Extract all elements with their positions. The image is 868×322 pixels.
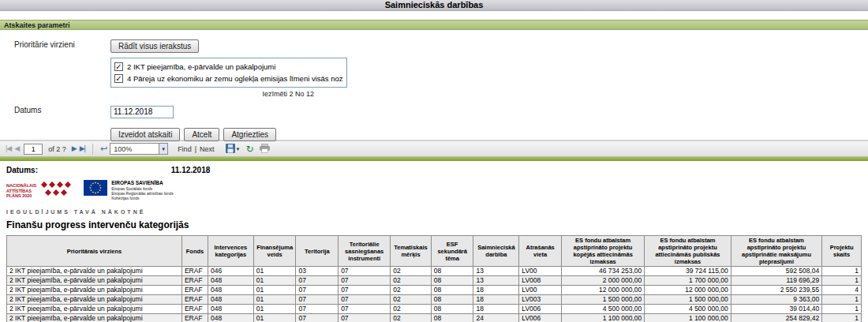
table-cell: 2 IKT pieejamība, e-pārvalde un pakalpoj… bbox=[7, 295, 182, 305]
report-date-row: Datums: 11.12.2018 bbox=[6, 166, 862, 174]
table-cell: 2 550 239,55 bbox=[731, 286, 822, 295]
col-header: Fonds bbox=[181, 236, 208, 267]
first-page-button[interactable]: |◀ bbox=[6, 145, 11, 152]
table-cell: 2 IKT pieejamība, e-pārvalde un pakalpoj… bbox=[7, 305, 182, 314]
table-cell: 1 bbox=[822, 267, 862, 276]
table-cell: 07 bbox=[339, 314, 391, 322]
table-cell: LV00 bbox=[519, 267, 562, 276]
table-cell: 9 363,00 bbox=[731, 295, 822, 305]
table-row: 2 IKT pieejamība, e-pārvalde un pakalpoj… bbox=[7, 276, 862, 286]
export-caret-icon: ▼ bbox=[236, 147, 241, 152]
table-cell: 1 500 000,00 bbox=[645, 295, 731, 305]
table-cell: 07 bbox=[339, 286, 391, 295]
create-report-button[interactable]: Izveidot atskaiti bbox=[110, 128, 180, 141]
header-strip bbox=[0, 11, 868, 20]
table-cell: 13 bbox=[473, 267, 519, 276]
table-cell: 2 IKT pieejamība, e-pārvalde un pakalpoj… bbox=[7, 314, 182, 322]
table-header-row: Prioritārais virziens Fonds Intervences … bbox=[7, 236, 862, 267]
priority-option-label: 2 IKT pieejamība, e-pārvalde un pakalpoj… bbox=[127, 61, 275, 73]
nap-logo-text: NACIONĀLAIS ATTĪSTĪBAS PLĀNS 2020 bbox=[6, 183, 36, 199]
table-cell: 048 bbox=[208, 314, 253, 322]
motto-text: IEGULDĪJUMS TAVĀ NĀKOTNĒ bbox=[6, 209, 862, 215]
table-cell: 048 bbox=[208, 295, 253, 305]
table-cell: 592 508,04 bbox=[731, 267, 822, 276]
table-cell: 1 bbox=[822, 276, 862, 286]
params-section-title: Atskaites parametri bbox=[4, 21, 70, 29]
date-label: Datums bbox=[14, 103, 110, 114]
priority-listbox[interactable]: ✓2 IKT pieejamība, e-pārvalde un pakalpo… bbox=[110, 58, 347, 88]
col-header: Teritorija bbox=[296, 236, 339, 267]
table-cell: 01 bbox=[253, 267, 296, 276]
priority-option[interactable]: ✓4 Pāreja uz ekonomiku ar zemu oglekļa e… bbox=[114, 73, 343, 84]
refresh-icon[interactable]: ↻ bbox=[245, 144, 253, 154]
find-next-separator: | bbox=[195, 145, 196, 153]
show-all-records-button[interactable]: Rādīt visus ierakstus bbox=[110, 39, 199, 53]
logos-row: NACIONĀLAIS ATTĪSTĪBAS PLĀNS 2020 bbox=[6, 180, 862, 205]
table-cell: 02 bbox=[391, 295, 432, 305]
table-cell: 02 bbox=[391, 276, 432, 286]
next-link[interactable]: Next bbox=[200, 145, 215, 153]
table-cell: 1 100 000,00 bbox=[645, 314, 731, 322]
table-cell: 18 bbox=[473, 295, 519, 305]
table-cell: 01 bbox=[253, 314, 296, 322]
report-date-label: Datums: bbox=[6, 166, 169, 174]
priority-label: Prioritārie virzieni bbox=[14, 38, 110, 49]
zoom-select[interactable]: 100% ▼ bbox=[110, 143, 168, 155]
table-cell: LV00 bbox=[519, 286, 562, 295]
table-row: 2 IKT pieejamība, e-pārvalde un pakalpoj… bbox=[7, 305, 862, 314]
col-header: Saimnieciskā darbība bbox=[473, 236, 519, 267]
table-cell: ERAF bbox=[181, 286, 208, 295]
table-cell: 01 bbox=[253, 286, 296, 295]
table-cell: 1 bbox=[822, 305, 862, 314]
toolbar-accent-line bbox=[0, 157, 868, 161]
table-cell: 2 IKT pieejamība, e-pārvalde un pakalpoj… bbox=[7, 267, 182, 276]
priority-option-label: 4 Pāreja uz ekonomiku ar zemu oglekļa em… bbox=[127, 73, 343, 84]
table-cell: 39 014,40 bbox=[731, 305, 822, 314]
page-title: Saimnieciskās darbības bbox=[385, 0, 484, 9]
table-cell: 1 700 000,00 bbox=[645, 276, 731, 286]
table-cell: LV003 bbox=[519, 295, 562, 305]
report-table: Prioritārais virziens Fonds Intervences … bbox=[6, 235, 862, 322]
table-cell: 048 bbox=[208, 276, 253, 286]
back-to-parent-icon[interactable]: ↩ bbox=[100, 144, 107, 153]
table-cell: 08 bbox=[431, 276, 473, 286]
table-cell: 119 696,29 bbox=[731, 276, 822, 286]
col-header: ES fondu atbalstam apstiprināto projektu… bbox=[731, 236, 822, 267]
table-cell: 02 bbox=[391, 314, 432, 322]
table-row: 2 IKT pieejamība, e-pārvalde un pakalpoj… bbox=[7, 295, 862, 305]
table-cell: 18 bbox=[473, 305, 519, 314]
table-cell: LV006 bbox=[519, 314, 562, 322]
priority-option[interactable]: ✓2 IKT pieejamība, e-pārvalde un pakalpo… bbox=[114, 61, 343, 73]
table-row: 2 IKT pieejamība, e-pārvalde un pakalpoj… bbox=[7, 267, 862, 276]
table-cell: 07 bbox=[296, 286, 339, 295]
table-cell: 1 100 000,00 bbox=[561, 314, 644, 322]
page-number-input[interactable] bbox=[24, 144, 43, 155]
col-header: Prioritārais virziens bbox=[7, 236, 182, 267]
table-cell: 046 bbox=[208, 267, 253, 276]
export-button[interactable]: ▼ bbox=[226, 144, 241, 155]
col-header: Projektu skaits bbox=[822, 236, 862, 267]
checkbox-icon[interactable]: ✓ bbox=[114, 74, 123, 83]
find-link[interactable]: Find bbox=[178, 145, 192, 153]
report-title: Finanšu progress intervenču kategorijās bbox=[6, 219, 862, 230]
prev-page-button[interactable]: ◀ bbox=[14, 145, 19, 152]
last-page-button[interactable]: ▶| bbox=[80, 145, 85, 152]
table-cell: 2 IKT pieejamība, e-pārvalde un pakalpoj… bbox=[7, 276, 182, 286]
table-cell: 048 bbox=[208, 286, 253, 295]
table-cell: 07 bbox=[339, 267, 391, 276]
col-header: ES fondu atbalstam apstiprināto projektu… bbox=[645, 236, 731, 267]
cancel-button[interactable]: Atcelt bbox=[184, 128, 219, 141]
back-button[interactable]: Atgriezties bbox=[223, 128, 276, 141]
nap-2020-logo: NACIONĀLAIS ATTĪSTĪBAS PLĀNS 2020 bbox=[6, 180, 71, 202]
table-cell: 02 bbox=[391, 305, 432, 314]
checkbox-icon[interactable]: ✓ bbox=[114, 62, 123, 71]
next-page-button[interactable]: ▶ bbox=[72, 145, 77, 152]
table-cell: 08 bbox=[431, 295, 473, 305]
eu-logo-text: EIROPAS SAVIENĪBA Eiropas Sociālais fond… bbox=[111, 180, 174, 200]
date-input[interactable] bbox=[110, 106, 174, 118]
report-date-value: 11.12.2018 bbox=[171, 166, 211, 174]
table-cell: 2 IKT pieejamība, e-pārvalde un pakalpoj… bbox=[7, 286, 182, 295]
spacer bbox=[14, 118, 110, 121]
table-row: 2 IKT pieejamība, e-pārvalde un pakalpoj… bbox=[7, 286, 862, 295]
print-icon[interactable] bbox=[260, 144, 270, 155]
